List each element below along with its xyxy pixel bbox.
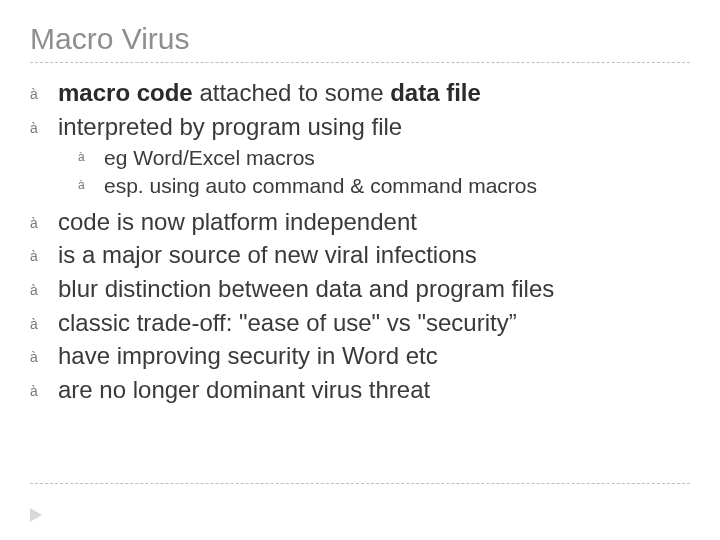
bullet-text: have improving security in Word etc bbox=[58, 340, 438, 372]
bullet-text: interpreted by program using file bbox=[58, 111, 402, 143]
bullet-item: à are no longer dominant virus threat bbox=[30, 374, 690, 406]
bold-text: data file bbox=[390, 79, 481, 106]
arrow-right-icon bbox=[30, 508, 42, 522]
bullet-text: is a major source of new viral infection… bbox=[58, 239, 477, 271]
bullet-marker-icon: à bbox=[30, 273, 58, 299]
slide-title: Macro Virus bbox=[30, 22, 690, 56]
plain-text: attached to some bbox=[193, 79, 390, 106]
bullet-marker-icon: à bbox=[30, 239, 58, 265]
bullet-list: à macro code attached to some data file … bbox=[30, 77, 690, 142]
sub-bullet-list: à eg Word/Excel macros à esp. using auto… bbox=[78, 144, 690, 199]
bullet-item: à have improving security in Word etc bbox=[30, 340, 690, 372]
bullet-text: are no longer dominant virus threat bbox=[58, 374, 430, 406]
bullet-item: à classic trade-off: "ease of use" vs "s… bbox=[30, 307, 690, 339]
bullet-text: blur distinction between data and progra… bbox=[58, 273, 554, 305]
bullet-item: à is a major source of new viral infecti… bbox=[30, 239, 690, 271]
bullet-marker-icon: à bbox=[30, 77, 58, 103]
divider-bottom bbox=[30, 483, 690, 484]
bullet-text: eg Word/Excel macros bbox=[104, 144, 315, 172]
bullet-marker-icon: à bbox=[78, 172, 104, 194]
bullet-marker-icon: à bbox=[30, 307, 58, 333]
bullet-text: macro code attached to some data file bbox=[58, 77, 481, 109]
sub-bullet-item: à eg Word/Excel macros bbox=[78, 144, 690, 172]
bullet-marker-icon: à bbox=[30, 340, 58, 366]
divider-top bbox=[30, 62, 690, 63]
bullet-item: à blur distinction between data and prog… bbox=[30, 273, 690, 305]
bullet-item: à interpreted by program using file bbox=[30, 111, 690, 143]
bullet-marker-icon: à bbox=[78, 144, 104, 166]
bullet-text: esp. using auto command & command macros bbox=[104, 172, 537, 200]
bullet-item: à code is now platform independent bbox=[30, 206, 690, 238]
bullet-item: à macro code attached to some data file bbox=[30, 77, 690, 109]
bullet-marker-icon: à bbox=[30, 111, 58, 137]
slide: Macro Virus à macro code attached to som… bbox=[0, 0, 720, 540]
bullet-text: code is now platform independent bbox=[58, 206, 417, 238]
bold-text: macro code bbox=[58, 79, 193, 106]
bullet-text: classic trade-off: "ease of use" vs "sec… bbox=[58, 307, 517, 339]
sub-bullet-item: à esp. using auto command & command macr… bbox=[78, 172, 690, 200]
bullet-marker-icon: à bbox=[30, 374, 58, 400]
bullet-list: à code is now platform independent à is … bbox=[30, 206, 690, 406]
bullet-marker-icon: à bbox=[30, 206, 58, 232]
